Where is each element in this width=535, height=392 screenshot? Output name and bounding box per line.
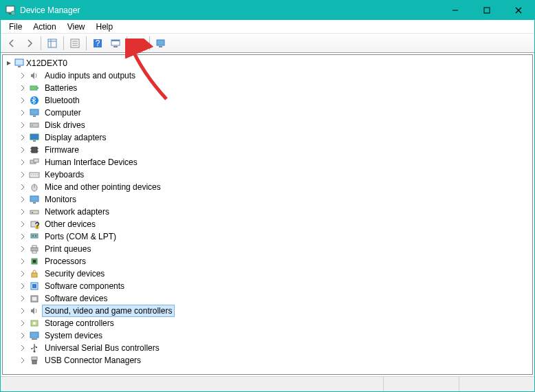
expander-icon[interactable] xyxy=(18,246,28,252)
expander-icon[interactable] xyxy=(18,258,28,265)
tree-node-storage[interactable]: Storage controllers xyxy=(18,317,532,329)
expander-icon[interactable] xyxy=(4,60,14,67)
expander-icon[interactable] xyxy=(18,72,28,79)
expander-icon[interactable] xyxy=(18,320,28,327)
properties-button[interactable] xyxy=(67,36,83,51)
expander-icon[interactable] xyxy=(18,345,28,351)
svg-point-72 xyxy=(34,351,36,353)
device-tree-pane[interactable]: X12DEXT0 Audio inputs and outputsBatteri… xyxy=(2,54,533,375)
back-button[interactable] xyxy=(3,36,20,51)
expander-icon[interactable] xyxy=(18,171,28,178)
expander-icon[interactable] xyxy=(18,196,28,203)
expander-icon[interactable] xyxy=(18,134,28,141)
svg-point-45 xyxy=(37,174,38,175)
expander-icon[interactable] xyxy=(18,159,28,166)
expander-icon[interactable] xyxy=(18,357,28,364)
close-button[interactable] xyxy=(503,1,534,20)
expander-icon[interactable] xyxy=(18,97,28,104)
tree-node-swcomp[interactable]: Software components xyxy=(18,280,532,292)
svg-point-42 xyxy=(31,174,32,175)
expander-icon[interactable] xyxy=(18,184,28,190)
tree-node-sound[interactable]: Sound, video and game controllers xyxy=(18,305,532,317)
battery-icon xyxy=(29,83,40,94)
svg-rect-30 xyxy=(30,123,39,127)
tree-node-swdev[interactable]: Software devices xyxy=(18,292,532,305)
expander-icon[interactable] xyxy=(18,295,28,302)
tree-node-printq[interactable]: Print queues xyxy=(18,243,532,255)
tree-node-batteries[interactable]: Batteries xyxy=(18,82,532,94)
usbconn-icon xyxy=(29,355,40,366)
tree-node-label: Ports (COM & LPT) xyxy=(42,230,119,243)
display-icon xyxy=(29,132,40,143)
update-driver-button[interactable] xyxy=(130,36,146,51)
tree-node-computer[interactable]: Computer xyxy=(18,107,532,119)
expander-icon[interactable] xyxy=(18,146,28,153)
expander-icon[interactable] xyxy=(18,208,28,215)
monitor-icon xyxy=(29,194,40,205)
monitor-icon xyxy=(29,107,40,118)
expander-icon[interactable] xyxy=(18,270,28,277)
speaker-icon xyxy=(29,305,40,316)
svg-rect-33 xyxy=(33,140,36,142)
tree-node-bluetooth[interactable]: Bluetooth xyxy=(18,94,532,107)
keyboard-icon xyxy=(29,169,40,180)
tree-node-label: Bluetooth xyxy=(42,94,83,107)
tree-root-row[interactable]: X12DEXT0 xyxy=(3,57,532,69)
minimize-button[interactable] xyxy=(439,1,471,20)
show-hide-tree-button[interactable] xyxy=(44,36,61,51)
toolbar-separator xyxy=(41,36,41,50)
tree-node-proc[interactable]: Processors xyxy=(18,255,532,268)
tree-node-system[interactable]: System devices xyxy=(18,329,532,342)
tree-node-hid[interactable]: Human Interface Devices xyxy=(18,156,532,168)
tree-node-network[interactable]: Network adapters xyxy=(18,206,532,218)
menu-view[interactable]: View xyxy=(62,21,91,33)
scan-hardware-button[interactable] xyxy=(107,36,124,51)
svg-point-31 xyxy=(32,124,33,126)
hid-icon xyxy=(29,157,40,168)
svg-rect-4 xyxy=(484,8,490,13)
port-icon xyxy=(29,231,40,242)
printer-icon xyxy=(29,243,40,254)
tree-node-display[interactable]: Display adapters xyxy=(18,131,532,144)
tree-node-other[interactable]: ?Other devices xyxy=(18,218,532,230)
expander-icon[interactable] xyxy=(18,109,28,116)
expander-icon[interactable] xyxy=(18,307,28,314)
svg-rect-7 xyxy=(48,39,56,47)
tree-node-disk[interactable]: Disk drives xyxy=(18,119,532,131)
svg-rect-59 xyxy=(32,246,36,248)
forward-button[interactable] xyxy=(21,36,38,51)
storage-icon xyxy=(29,318,40,329)
menu-help[interactable]: Help xyxy=(91,21,119,33)
svg-point-2 xyxy=(11,11,15,15)
toolbar-separator xyxy=(127,36,127,50)
svg-rect-18 xyxy=(113,46,118,47)
cpu-icon xyxy=(29,256,40,267)
tree-node-monitors[interactable]: Monitors xyxy=(18,193,532,206)
help-button[interactable]: ? xyxy=(89,36,106,51)
svg-rect-49 xyxy=(33,202,36,204)
tree-children: Audio inputs and outputsBatteriesBluetoo… xyxy=(3,69,532,367)
expander-icon[interactable] xyxy=(18,85,28,91)
svg-rect-22 xyxy=(159,46,162,47)
menu-file[interactable]: File xyxy=(3,21,28,33)
expander-icon[interactable] xyxy=(18,283,28,290)
tree-node-keyboards[interactable]: Keyboards xyxy=(18,168,532,181)
svg-rect-50 xyxy=(30,210,39,214)
system-icon xyxy=(29,330,40,341)
tree-node-usb[interactable]: Universal Serial Bus controllers xyxy=(18,342,532,354)
maximize-button[interactable] xyxy=(471,1,503,20)
expander-icon[interactable] xyxy=(18,122,28,129)
menu-action[interactable]: Action xyxy=(28,21,61,33)
tree-node-mice[interactable]: Mice and other pointing devices xyxy=(18,181,532,193)
expander-icon[interactable] xyxy=(18,332,28,339)
expander-icon[interactable] xyxy=(18,221,28,228)
tree-node-label: USB Connector Managers xyxy=(42,354,144,367)
tree-node-ports[interactable]: Ports (COM & LPT) xyxy=(18,230,532,243)
svg-rect-62 xyxy=(33,260,36,263)
tree-node-usbconn[interactable]: USB Connector Managers xyxy=(18,354,532,367)
tree-node-security[interactable]: Security devices xyxy=(18,268,532,280)
expander-icon[interactable] xyxy=(18,233,28,240)
tree-node-firmware[interactable]: Firmware xyxy=(18,144,532,156)
tree-node-audio-io[interactable]: Audio inputs and outputs xyxy=(18,69,532,82)
add-legacy-hardware-button[interactable] xyxy=(153,36,169,51)
